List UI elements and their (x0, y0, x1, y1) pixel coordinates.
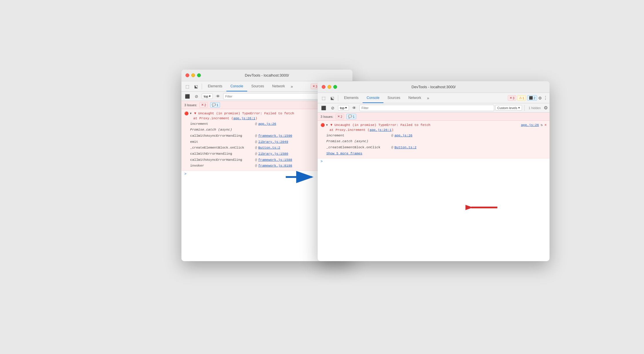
hidden-badge: 1 hidden (527, 106, 543, 110)
tab-console[interactable]: Console (226, 81, 247, 91)
toolbar-right-front: ✕ 3 ⚠ 1 ⬛ 2 ⚙ ⋮ (508, 95, 548, 101)
expand-arrow[interactable]: ▼ (190, 112, 192, 115)
error-main-line: ▼ ▼ Uncaught (in promise) TypeError: Fai… (190, 111, 294, 116)
error-main-text-front: ▼ Uncaught (in promise) TypeError: Faile… (330, 123, 430, 127)
devtools-window-front: DevTools - localhost:3000/ ⬚ ⬕ Elements … (318, 81, 550, 261)
more-tabs-front[interactable]: » (425, 96, 431, 100)
issues-info-badge[interactable]: 💬 1 (210, 102, 220, 108)
info-icon-front: ⬛ (529, 96, 533, 100)
expand-arrow-front[interactable]: ▼ (326, 124, 328, 127)
block-icon[interactable]: ⬛ (183, 92, 191, 100)
tab-network[interactable]: Network (268, 81, 289, 91)
cursor-icon[interactable]: ⬚ (183, 82, 191, 91)
top-label: top (204, 95, 208, 98)
minimize-button[interactable] (191, 73, 195, 77)
stack-at-3: @ (255, 139, 257, 145)
error-sub-link-front[interactable]: app.js:26:1 (370, 128, 392, 132)
stack-line-front-2: _createElementBlock.onClick @ Button.ts:… (326, 145, 547, 151)
stack-link-5[interactable]: library.js:1580 (258, 151, 288, 157)
filter-input-front[interactable] (359, 105, 494, 111)
no-icon-front[interactable]: ⊘ (329, 104, 337, 112)
tab-sources-front[interactable]: Sources (383, 93, 404, 103)
title-bar-front: DevTools - localhost:3000/ (318, 81, 550, 93)
maximize-button-front[interactable] (333, 85, 337, 89)
stack-at-0: @ (255, 121, 257, 127)
issues-error-icon-front: ✕ (337, 115, 340, 118)
prompt-chevron: > (184, 172, 186, 176)
tab-elements[interactable]: Elements (204, 81, 226, 91)
top-selector-front[interactable]: top ▾ (338, 105, 349, 111)
custom-levels-button[interactable]: Custom levels ▾ (495, 105, 522, 111)
stack-at-7: @ (255, 163, 257, 169)
error-icon: ✕ (312, 84, 315, 88)
issues-info-badge-front[interactable]: 💬 1 (346, 114, 356, 119)
tab-elements-front[interactable]: Elements (340, 93, 363, 103)
blue-arrow (283, 168, 318, 186)
chevron-down-icon-front: ▾ (345, 106, 347, 110)
refresh-icon[interactable]: ↻ (541, 122, 543, 128)
layers-icon[interactable]: ⬕ (192, 82, 200, 91)
stack-link-6[interactable]: framework.js:1588 (258, 157, 292, 163)
tab-network-front[interactable]: Network (404, 93, 425, 103)
stack-func-1: Promise.catch (async) (190, 127, 254, 133)
layers-icon-front[interactable]: ⬕ (328, 94, 336, 102)
maximize-button[interactable] (197, 73, 201, 77)
top-selector[interactable]: top ▾ (202, 93, 213, 99)
stack-at-front-0: @ (391, 133, 393, 139)
error-sub-prefix-front: at Proxy.increment ( (330, 128, 370, 132)
traffic-lights-behind (181, 73, 201, 77)
stack-link-front-0[interactable]: app.js:26 (394, 133, 412, 139)
stack-link-7[interactable]: framework.js:8198 (258, 163, 292, 169)
stack-func-7: invoker (190, 163, 254, 169)
stack-link-3[interactable]: library.js:2049 (258, 139, 288, 145)
info-badge-front[interactable]: ⬛ 2 (527, 95, 537, 101)
stack-link-0[interactable]: app.js:26 (258, 121, 276, 127)
stack-line-front-0: increment @ app.js:26 (326, 133, 547, 139)
error-icon-front: ✕ (510, 96, 512, 100)
warning-icon-front: ⚠ (519, 96, 522, 100)
no-icon[interactable]: ⊘ (192, 92, 201, 100)
more-tabs-button[interactable]: » (289, 84, 295, 89)
stack-func-3: emit (190, 139, 254, 145)
warning-badge-front[interactable]: ⚠ 1 (517, 95, 526, 101)
stack-func-0: increment (190, 121, 254, 127)
error-sub-text-2: ) (255, 116, 257, 120)
close-button-front[interactable] (322, 85, 325, 89)
gear-btn[interactable]: ⚙ (544, 105, 548, 111)
issues-error-badge-front[interactable]: ✕ 2 (336, 114, 344, 119)
kebab-menu-front[interactable]: ⋮ (543, 95, 548, 101)
error-entry-front: 🔴 ▼ ▼ Uncaught (in promise) TypeError: F… (318, 121, 550, 158)
error-count-badge-front[interactable]: ✕ 3 (508, 95, 516, 101)
error-sub-text-1: at Proxy.increment ( (193, 116, 233, 120)
show-more-frames-link[interactable]: Show 5 more frames (326, 151, 362, 157)
tab-sources[interactable]: Sources (247, 81, 268, 91)
stack-link-4[interactable]: Button.ts:2 (258, 145, 280, 151)
settings-icon-front[interactable]: ⚙ (538, 96, 542, 100)
tab-console-front[interactable]: Console (363, 93, 383, 103)
issues-info-count-front: 1 (353, 115, 354, 118)
error-main-line-front: ▼ ▼ Uncaught (in promise) TypeError: Fai… (326, 122, 430, 127)
issues-error-badge[interactable]: ✕ 2 (199, 102, 208, 108)
custom-levels-label: Custom levels (497, 106, 517, 110)
stack-link-2[interactable]: framework.js:1590 (258, 133, 292, 139)
issues-label-front: 3 Issues: (321, 115, 333, 118)
window-title-front: DevTools - localhost:3000/ (412, 85, 456, 89)
stack-link-front-2[interactable]: Button.ts:2 (394, 145, 416, 151)
close-button[interactable] (185, 73, 189, 77)
warning-count-front: 1 (523, 96, 524, 100)
close-x-icon[interactable]: ✕ (545, 122, 547, 128)
issues-bar-front: 3 Issues: ✕ 2 💬 1 (318, 113, 550, 121)
stack-func-front-1: Promise.catch (async) (326, 138, 390, 145)
traffic-lights-front (318, 85, 337, 89)
eye-icon[interactable]: 👁 (214, 92, 222, 100)
minimize-button-front[interactable] (328, 85, 331, 89)
console-prompt-front[interactable]: > (318, 158, 550, 165)
block-icon-front[interactable]: ⬛ (319, 104, 328, 112)
cursor-icon-front[interactable]: ⬚ (319, 94, 328, 102)
chevron-down-icon: ▾ (209, 94, 211, 98)
error-sub-link[interactable]: app.js:26:1 (233, 116, 255, 120)
eye-icon-front[interactable]: 👁 (350, 104, 358, 112)
red-arrow (465, 199, 500, 216)
error-file-link[interactable]: app.js:26 (521, 122, 539, 127)
console-toolbar-front: ⬛ ⊘ top ▾ 👁 Custom levels ▾ 1 hidden ⚙ (318, 103, 550, 113)
